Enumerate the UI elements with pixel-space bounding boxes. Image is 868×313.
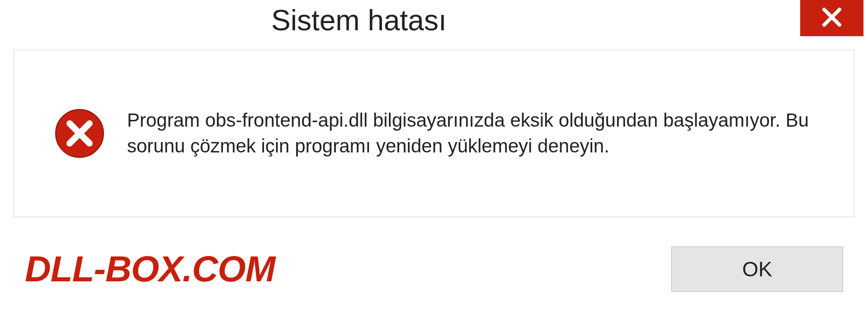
footer-area: DLL-BOX.COM OK [0, 233, 868, 292]
error-message: Program obs-frontend-api.dll bilgisayarı… [127, 108, 827, 159]
watermark-text: DLL-BOX.COM [25, 248, 275, 290]
error-icon [55, 109, 104, 158]
close-button[interactable] [800, 0, 863, 36]
ok-button[interactable]: OK [671, 247, 843, 292]
dialog-title: Sistem hatası [271, 0, 447, 37]
close-icon [821, 7, 842, 29]
content-area: Program obs-frontend-api.dll bilgisayarı… [14, 50, 854, 217]
title-bar: Sistem hatası [0, 0, 868, 50]
